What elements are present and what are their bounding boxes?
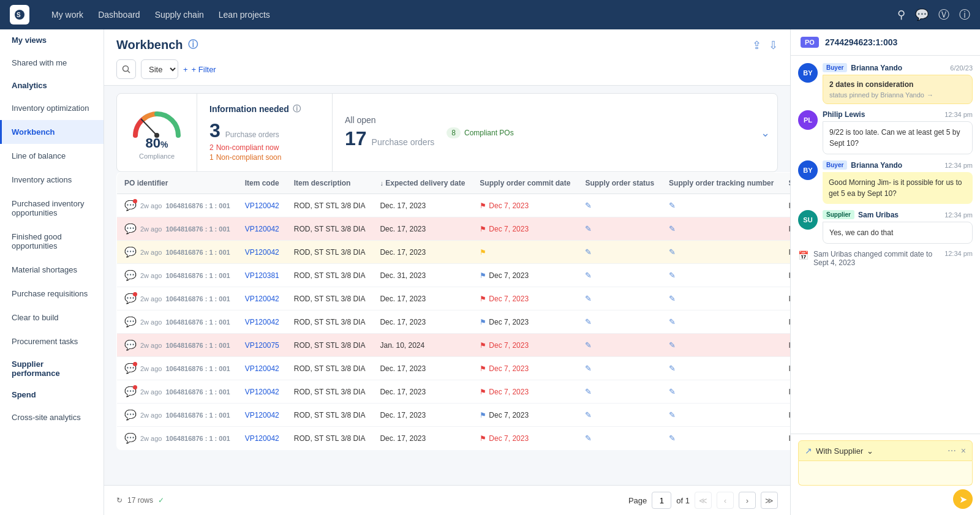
pencil-icon-status[interactable]: ✎ [585,294,592,303]
sidebar-item-procurement-tasks[interactable]: Procurement tasks [0,329,104,353]
flag-icon: ⚑ [480,318,486,326]
pencil-icon-status[interactable]: ✎ [585,247,592,257]
cell-po-id: 💬 2w ago 1064816876 : 1 : 001 [117,427,238,450]
pencil-icon-status[interactable]: ✎ [585,410,592,419]
pencil-icon-tracking[interactable]: ✎ [669,271,676,280]
sidebar-item-inventory-optimization[interactable]: Inventory optimization [0,96,104,120]
pencil-icon-tracking[interactable]: ✎ [669,434,676,443]
last-page-button[interactable]: ≫ [761,492,778,509]
nav-my-work[interactable]: My work [51,10,83,20]
table-header-row: PO identifier Item code Item description… [117,173,791,194]
message-2: PL Philip Lewis 12:34 pm 9/22 is too lat… [798,110,973,154]
row-age: 2w ago [140,388,162,396]
pencil-icon-tracking[interactable]: ✎ [669,410,676,419]
page-input[interactable] [652,492,671,509]
pencil-icon-status[interactable]: ✎ [585,317,592,326]
pencil-icon-tracking[interactable]: ✎ [669,294,676,303]
col-status[interactable]: Supply order status [578,173,662,194]
item-code-link[interactable]: VP120042 [245,248,279,257]
search-icon[interactable]: ⚲ [897,8,905,21]
col-item-description[interactable]: Item description [287,173,373,194]
upload-button[interactable]: ⇪ [752,39,761,52]
expand-chevron[interactable]: ⌄ [761,126,770,140]
cell-item-desc: ROD, ST STL 3/8 DIA [287,404,373,427]
pencil-icon-tracking[interactable]: ✎ [669,317,676,326]
msg-name-4: Sam Uribas [858,211,899,219]
pencil-icon-status[interactable]: ✎ [585,201,592,210]
compose-input[interactable] [798,461,973,486]
site-select[interactable]: Site [141,59,178,79]
filter-button[interactable]: + + Filter [183,65,216,74]
cell-site: Indust... [781,264,790,287]
sidebar-item-inventory-actions[interactable]: Inventory actions [0,168,104,192]
pencil-icon-status[interactable]: ✎ [585,271,592,280]
nav-lean-projects[interactable]: Lean projects [219,10,270,20]
sidebar-item-workbench[interactable]: Workbench [0,120,104,144]
pencil-icon-status[interactable]: ✎ [585,224,592,233]
compose-type-selector[interactable]: ↗ With Supplier ⌄ [805,446,873,456]
cell-commit-date: ⚑ Dec 7, 2023 [472,194,578,217]
pencil-icon-tracking[interactable]: ✎ [669,340,676,350]
item-code-link[interactable]: VP120042 [245,295,279,303]
item-code-link[interactable]: VP120042 [245,225,279,233]
sidebar-item-shared-with-me[interactable]: Shared with me [0,51,104,75]
app-logo[interactable]: S [10,5,29,24]
sidebar-item-material-shortages[interactable]: Material shortages [0,258,104,282]
sidebar-item-purchased-inventory[interactable]: Purchased inventory opportunities [0,192,104,225]
col-item-code[interactable]: Item code [238,173,287,194]
item-code-link[interactable]: VP120075 [245,341,279,350]
col-expected-delivery[interactable]: ↓ Expected delivery date [372,173,472,194]
download-button[interactable]: ⇩ [769,39,778,52]
refresh-icon[interactable]: ↻ [116,496,123,505]
sidebar-item-cross-site[interactable]: Cross-site analytics [0,405,104,429]
pencil-icon-tracking[interactable]: ✎ [669,247,676,257]
search-button[interactable] [116,59,136,79]
first-page-button[interactable]: ≪ [695,492,712,509]
nav-supply-chain[interactable]: Supply chain [155,10,204,20]
col-site[interactable]: Site [781,173,790,194]
sidebar-item-spend[interactable]: Spend [0,384,104,405]
cell-status: ✎ [578,194,662,217]
next-page-button[interactable]: › [739,492,756,509]
item-code-link[interactable]: VP120042 [245,434,279,443]
pencil-icon-tracking[interactable]: ✎ [669,387,676,396]
info-icon[interactable]: ⓘ [188,39,198,51]
table-row: 💬 2w ago 1064816876 : 1 : 001 VP120042 R… [117,427,791,450]
message-icon[interactable]: 💬 [915,8,929,21]
pencil-icon-status[interactable]: ✎ [585,434,592,443]
col-po-identifier[interactable]: PO identifier [117,173,238,194]
sidebar-item-line-of-balance[interactable]: Line of balance [0,144,104,168]
compose-settings-button[interactable]: ⋯ [948,446,956,456]
account-icon[interactable]: Ⓥ [938,7,949,22]
item-code-link[interactable]: VP120042 [245,201,279,210]
pencil-icon-tracking[interactable]: ✎ [669,364,676,373]
item-code-link[interactable]: VP120381 [245,271,279,280]
item-code-link[interactable]: VP120042 [245,388,279,396]
compose-close-button[interactable]: × [961,446,966,456]
send-button[interactable]: ➤ [953,489,973,509]
cell-item-code: VP120381 [238,264,287,287]
row-age: 2w ago [140,412,162,419]
col-commit-date[interactable]: Supply order commit date [472,173,578,194]
item-code-link[interactable]: VP120042 [245,364,279,373]
sidebar-item-clear-to-build[interactable]: Clear to build [0,306,104,329]
sidebar-item-finished-good[interactable]: Finished good opportunities [0,225,104,258]
pencil-icon-tracking[interactable]: ✎ [669,201,676,210]
nav-dashboard[interactable]: Dashboard [98,10,140,20]
role-badge-buyer: Buyer [823,63,847,72]
pencil-icon-tracking[interactable]: ✎ [669,224,676,233]
col-tracking[interactable]: Supply order tracking number [662,173,781,194]
cell-po-id: 💬 2w ago 1064816876 : 1 : 001 [117,380,238,404]
prev-page-button[interactable]: ‹ [717,492,734,509]
sidebar-item-my-views[interactable]: My views [0,29,104,51]
item-code-link[interactable]: VP120042 [245,318,279,326]
pencil-icon-status[interactable]: ✎ [585,364,592,373]
sidebar-item-supplier-performance[interactable]: Supplier performance [0,353,104,384]
help-icon[interactable]: ⓘ [959,7,970,22]
item-code-link[interactable]: VP120042 [245,411,279,419]
pencil-icon-status[interactable]: ✎ [585,340,592,350]
cell-status: ✎ [578,427,662,450]
sidebar-item-purchase-requisitions[interactable]: Purchase requisitions [0,282,104,306]
sidebar-item-analytics[interactable]: Analytics [0,75,104,96]
pencil-icon-status[interactable]: ✎ [585,387,592,396]
